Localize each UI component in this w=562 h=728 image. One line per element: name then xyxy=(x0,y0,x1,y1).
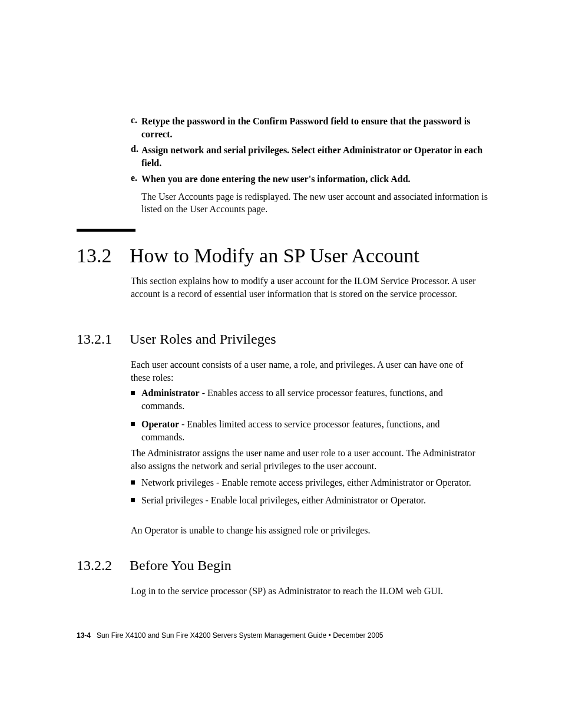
para-13-2-1-b: The Administrator assigns the user name … xyxy=(131,447,484,473)
page-footer: 13-4 Sun Fire X4100 and Sun Fire X4200 S… xyxy=(77,631,489,640)
para-13-2-1-c: An Operator is unable to change his assi… xyxy=(131,524,484,537)
heading-13-2-2: 13.2.2 Before You Begin xyxy=(77,558,489,574)
role-admin: Administrator - Enables access to all se… xyxy=(131,387,484,413)
heading-13-2-title: How to Modify an SP User Account xyxy=(130,245,419,267)
role-operator-bold: Operator xyxy=(141,419,179,429)
bullet-icon xyxy=(131,391,135,395)
heading-13-2-num: 13.2 xyxy=(77,245,127,267)
step-letter-e: e. xyxy=(131,173,137,183)
footer-text: Sun Fire X4100 and Sun Fire X4200 Server… xyxy=(97,631,383,640)
step-letter-c: c. xyxy=(131,115,137,126)
privs-list: Network privileges - Enable remote acces… xyxy=(131,476,484,512)
role-admin-bold: Administrator xyxy=(141,388,200,398)
document-page: c. Retype the password in the Confirm Pa… xyxy=(0,0,562,728)
heading-13-2-2-num: 13.2.2 xyxy=(77,558,127,574)
heading-13-2-2-title: Before You Begin xyxy=(130,558,232,574)
para-13-2-intro: This section explains how to modify a us… xyxy=(131,275,484,301)
bullet-icon xyxy=(131,422,135,426)
roles-list: Administrator - Enables access to all se… xyxy=(131,387,484,449)
step-c-text: Retype the password in the Confirm Passw… xyxy=(141,115,495,140)
step-d-text: Assign network and serial privileges. Se… xyxy=(141,144,495,169)
priv-network: Network privileges - Enable remote acces… xyxy=(131,476,484,489)
step-e-desc: The User Accounts page is redisplayed. T… xyxy=(141,190,495,216)
heading-13-2-1-num: 13.2.1 xyxy=(77,331,127,347)
priv-network-text: Network privileges - Enable remote acces… xyxy=(141,477,471,487)
para-13-2-1-a: Each user account consists of a user nam… xyxy=(131,358,484,385)
heading-13-2-1-title: User Roles and Privileges xyxy=(130,331,276,347)
step-e: e. When you are done entering the new us… xyxy=(77,173,489,224)
heading-13-2: 13.2 How to Modify an SP User Account xyxy=(77,245,489,267)
para-13-2-2: Log in to the service processor (SP) as … xyxy=(131,585,484,598)
step-e-text: When you are done entering the new user'… xyxy=(141,173,495,186)
role-operator: Operator - Enables limited access to ser… xyxy=(131,418,484,444)
bullet-icon xyxy=(131,498,135,502)
step-letter-d: d. xyxy=(131,144,138,154)
heading-13-2-1: 13.2.1 User Roles and Privileges xyxy=(77,331,489,347)
priv-serial: Serial privileges - Enable local privile… xyxy=(131,494,484,507)
page-number: 13-4 xyxy=(77,631,91,640)
section-rule xyxy=(77,229,135,232)
role-operator-rest: - Enables limited access to service proc… xyxy=(141,419,440,442)
priv-serial-text: Serial privileges - Enable local privile… xyxy=(141,495,426,505)
bullet-icon xyxy=(131,480,135,485)
